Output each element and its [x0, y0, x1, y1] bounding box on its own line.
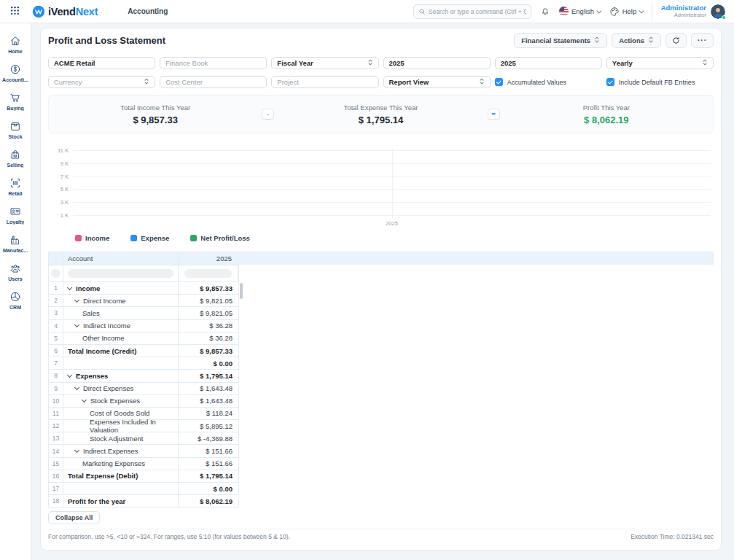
account-cell[interactable]: Sales [63, 307, 179, 319]
sidebar-item-loyalty[interactable]: Loyalty [0, 201, 31, 230]
ivendnext-logo[interactable]: iVendNext [32, 5, 98, 18]
chevron-down-icon[interactable] [67, 285, 72, 290]
value-cell[interactable]: $ 151.66 [179, 445, 238, 456]
value-cell[interactable]: $ 0.00 [179, 357, 238, 369]
chevron-down-icon[interactable] [74, 298, 79, 303]
sidebar-item-buying[interactable]: Buying [0, 88, 31, 116]
account-cell[interactable]: Expenses Included In Valuation [63, 420, 179, 432]
value-cell[interactable]: $ 8,062.19 [179, 495, 238, 507]
value-cell[interactable]: $ 1,795.14 [179, 470, 238, 482]
stock-icon [9, 120, 21, 132]
refresh-button[interactable] [665, 33, 687, 48]
sidebar-item-manufac[interactable]: Manufac... [0, 230, 31, 258]
include-default-fb-entries-checkbox[interactable]: Include Default FB Entries [606, 78, 695, 86]
cost-center-input[interactable] [160, 76, 267, 88]
financial-statements-button[interactable]: Financial Statements [514, 33, 607, 48]
row-number: 5 [49, 332, 63, 344]
finance-book-input[interactable] [160, 57, 267, 69]
checkbox-checked-icon [495, 78, 503, 86]
account-cell[interactable]: Marketing Expenses [63, 458, 179, 470]
value-cell[interactable]: $ 36.28 [179, 320, 238, 332]
value-cell[interactable]: $ 0.00 [179, 483, 238, 494]
row-number: 10 [49, 395, 63, 407]
user-menu[interactable]: Administrator Administrator [661, 4, 725, 19]
account-cell[interactable] [63, 357, 179, 369]
table-scrollbar[interactable] [240, 281, 243, 369]
value-cell[interactable]: $ 9,821.05 [179, 295, 238, 306]
account-cell[interactable]: Direct Expenses [63, 383, 179, 394]
sidebar-item-crm[interactable]: CRM [0, 287, 31, 315]
sidebar-item-stock[interactable]: Stock [0, 116, 31, 144]
from-fiscal-year-input[interactable] [383, 57, 491, 69]
periodicity-select[interactable]: Yearly [606, 57, 714, 69]
value-cell[interactable]: $ 118.24 [179, 408, 238, 419]
currency-select[interactable]: Currency [48, 76, 155, 88]
chevron-down-icon[interactable] [67, 373, 72, 378]
value-cell[interactable]: $ -4,369.88 [179, 432, 238, 444]
rownum-filter[interactable] [51, 269, 60, 278]
value-cell[interactable]: $ 9,857.33 [179, 282, 238, 294]
sidebar-item-accounti[interactable]: Accounti... [0, 59, 31, 88]
sidebar-item-label: Accounti... [2, 77, 28, 82]
module-sidebar: HomeAccounti...BuyingStockSellingRetailL… [0, 23, 31, 560]
account-cell[interactable]: Income [63, 282, 179, 294]
account-cell[interactable] [63, 483, 179, 494]
value-filter-input[interactable] [184, 269, 232, 278]
legend-label: Expense [141, 234, 169, 242]
account-cell[interactable]: Stock Adjustment [63, 432, 179, 444]
top-navbar: iVendNext Accounting English Help Admini… [0, 0, 734, 23]
account-filter-input[interactable] [68, 269, 173, 278]
account-label: Direct Income [83, 297, 126, 305]
chevron-down-icon[interactable] [74, 448, 79, 453]
chevron-down-icon[interactable] [82, 397, 87, 402]
apps-grid-icon[interactable] [10, 6, 20, 17]
to-fiscal-year-input[interactable] [495, 57, 602, 69]
account-cell[interactable]: Total Expense (Debit) [63, 470, 179, 482]
value-cell[interactable]: $ 9,857.33 [179, 345, 238, 357]
language-selector[interactable]: English [559, 7, 601, 16]
fiscal-year-select[interactable]: Fiscal Year [271, 57, 378, 69]
value-cell[interactable]: $ 36.28 [179, 332, 238, 344]
value-cell[interactable]: $ 5,895.12 [179, 420, 238, 432]
row-number: 9 [49, 383, 63, 394]
report-view-select[interactable]: Report View [383, 76, 491, 88]
column-header-account[interactable]: Account [63, 252, 179, 265]
sidebar-item-users[interactable]: Users [0, 258, 31, 287]
account-cell[interactable]: Other Income [63, 332, 179, 344]
column-header-2025[interactable]: 2025 [179, 252, 238, 265]
sidebar-item-retail[interactable]: Retail [0, 173, 31, 201]
company-input[interactable] [48, 57, 155, 69]
chevron-down-icon[interactable] [74, 322, 79, 327]
account-cell[interactable]: Expenses [63, 370, 179, 381]
notifications-bell-icon[interactable] [540, 7, 550, 17]
account-cell[interactable]: Indirect Income [63, 320, 179, 332]
menu-button[interactable]: ··· [691, 33, 714, 48]
account-cell[interactable]: Indirect Expenses [63, 445, 179, 456]
scrollbar-thumb[interactable] [240, 283, 243, 299]
chevron-down-icon[interactable] [74, 385, 79, 390]
value-cell[interactable]: $ 1,795.14 [179, 370, 238, 381]
collapse-all-button[interactable]: Collapse All [48, 511, 100, 524]
value-cell[interactable]: $ 1,643.48 [179, 395, 238, 407]
sidebar-item-home[interactable]: Home [0, 31, 31, 59]
table-header-row: Account 2025 [48, 252, 714, 265]
project-input[interactable] [271, 76, 378, 88]
table-row: 3Sales$ 9,821.05 [48, 307, 239, 319]
actions-button[interactable]: Actions [612, 33, 661, 48]
help-menu[interactable]: Help [609, 7, 643, 17]
brand-mark-icon [32, 5, 45, 18]
us-flag-icon [559, 7, 569, 16]
account-cell[interactable]: Stock Expenses [63, 395, 179, 407]
value-cell[interactable]: $ 9,821.05 [179, 307, 238, 319]
sidebar-item-selling[interactable]: Selling [0, 144, 31, 173]
nav-menu-accounting[interactable]: Accounting [128, 7, 168, 15]
value-cell[interactable]: $ 151.66 [179, 458, 238, 470]
account-cell[interactable]: Profit for the year [63, 495, 179, 507]
value-cell[interactable]: $ 1,643.48 [179, 383, 238, 394]
search-input[interactable] [429, 8, 526, 15]
main-content: Profit and Loss Statement Financial Stat… [31, 23, 734, 560]
accumulated-values-checkbox[interactable]: Accumulated Values [495, 78, 566, 86]
account-cell[interactable]: Direct Income [63, 295, 179, 306]
account-cell[interactable]: Total Income (Credit) [63, 345, 179, 357]
row-number: 7 [49, 357, 63, 369]
